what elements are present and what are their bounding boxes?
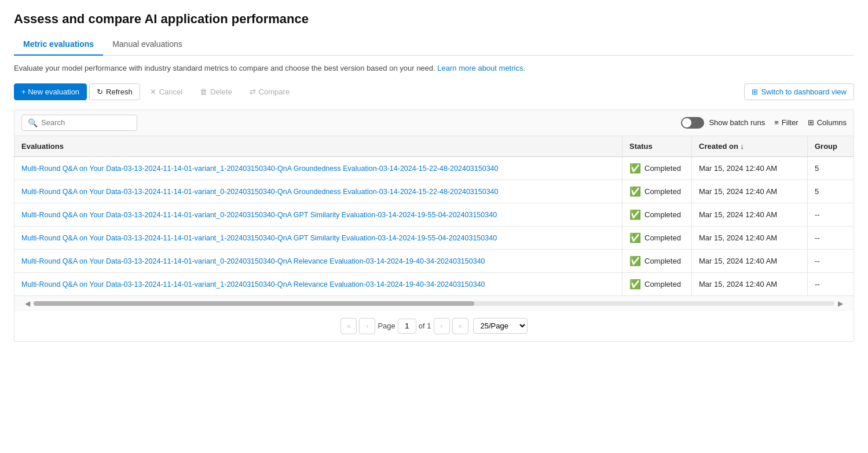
table-row: Multi-Round Q&A on Your Data-03-13-2024-… xyxy=(14,180,854,203)
search-icon: 🔍 xyxy=(28,118,38,127)
show-batch-runs-toggle[interactable] xyxy=(681,117,704,129)
status-icon-2: ✅ xyxy=(629,209,641,220)
delete-button: 🗑 Delete xyxy=(192,83,240,100)
tabs-bar: Metric evaluations Manual evaluations xyxy=(14,35,854,56)
table-cell-status-5: ✅ Completed xyxy=(622,272,692,295)
table-cell-group-2: -- xyxy=(808,203,854,226)
delete-icon: 🗑 xyxy=(200,87,207,96)
new-evaluation-button[interactable]: + New evaluation xyxy=(14,83,87,100)
horizontal-scrollbar[interactable]: ◀ ▶ xyxy=(14,296,854,311)
table-cell-evaluation-0: Multi-Round Q&A on Your Data-03-13-2024-… xyxy=(14,156,622,180)
scroll-left-arrow[interactable]: ◀ xyxy=(21,299,34,308)
dashboard-icon: ⊞ xyxy=(752,87,758,96)
col-header-created-on[interactable]: Created on ↓ xyxy=(692,136,808,156)
per-page-select[interactable]: 25/Page 50/Page 100/Page xyxy=(473,318,528,334)
show-batch-runs-label: Show batch runs xyxy=(709,118,765,127)
table-cell-group-4: -- xyxy=(808,249,854,272)
page-navigation: « ‹ Page of 1 › » xyxy=(340,318,468,334)
table-row: Multi-Round Q&A on Your Data-03-13-2024-… xyxy=(14,226,854,249)
status-badge-4: ✅ Completed xyxy=(629,255,684,266)
status-label-0: Completed xyxy=(644,164,681,173)
col-header-status: Status xyxy=(622,136,692,156)
page-title: Assess and compare AI application perfor… xyxy=(14,12,854,27)
status-icon-5: ✅ xyxy=(629,279,641,290)
learn-more-link[interactable]: Learn more about metrics. xyxy=(437,64,525,72)
show-batch-runs-toggle-label: Show batch runs xyxy=(681,117,765,129)
table-header: Evaluations Status Created on ↓ Group xyxy=(14,136,854,156)
tab-manual-evaluations[interactable]: Manual evaluations xyxy=(103,35,192,56)
evaluation-link-5[interactable]: Multi-Round Q&A on Your Data-03-13-2024-… xyxy=(21,280,485,288)
refresh-button[interactable]: ↻ Refresh xyxy=(89,83,140,100)
status-label-2: Completed xyxy=(644,210,681,219)
page-input[interactable] xyxy=(398,319,416,334)
table-row: Multi-Round Q&A on Your Data-03-13-2024-… xyxy=(14,156,854,180)
search-input[interactable] xyxy=(41,118,128,127)
status-icon-4: ✅ xyxy=(629,255,641,266)
toolbar: + New evaluation ↻ Refresh ✕ Cancel 🗑 De… xyxy=(14,83,854,100)
columns-icon: ⊞ xyxy=(808,118,814,127)
status-label-3: Completed xyxy=(644,233,681,242)
evaluation-link-1[interactable]: Multi-Round Q&A on Your Data-03-13-2024-… xyxy=(21,188,499,196)
toggle-slider xyxy=(681,117,704,129)
table-cell-created-1: Mar 15, 2024 12:40 AM xyxy=(692,180,808,203)
table-cell-status-4: ✅ Completed xyxy=(622,249,692,272)
description-text: Evaluate your model performance with ind… xyxy=(14,63,854,74)
col-header-evaluations: Evaluations xyxy=(14,136,622,156)
table-cell-group-5: -- xyxy=(808,272,854,295)
evaluation-link-3[interactable]: Multi-Round Q&A on Your Data-03-13-2024-… xyxy=(21,234,497,242)
filter-button[interactable]: ≡ Filter xyxy=(774,118,798,127)
table-cell-group-0: 5 xyxy=(808,156,854,180)
cancel-button: ✕ Cancel xyxy=(142,83,190,100)
table-cell-status-0: ✅ Completed xyxy=(622,156,692,180)
switch-dashboard-button[interactable]: ⊞ Switch to dashboard view xyxy=(744,83,854,100)
table-cell-created-2: Mar 15, 2024 12:40 AM xyxy=(692,203,808,226)
table-cell-created-4: Mar 15, 2024 12:40 AM xyxy=(692,249,808,272)
toolbar-right: ⊞ Switch to dashboard view xyxy=(744,83,854,100)
table-cell-status-1: ✅ Completed xyxy=(622,180,692,203)
table-cell-group-1: 5 xyxy=(808,180,854,203)
status-label-1: Completed xyxy=(644,187,681,196)
status-badge-1: ✅ Completed xyxy=(629,186,684,197)
scrollbar-track[interactable] xyxy=(34,301,834,306)
refresh-icon: ↻ xyxy=(97,87,103,96)
status-label-5: Completed xyxy=(644,280,681,288)
page-prev-button: ‹ xyxy=(359,318,375,334)
columns-button[interactable]: ⊞ Columns xyxy=(808,118,847,127)
col-header-group: Group xyxy=(808,136,854,156)
evaluation-link-2[interactable]: Multi-Round Q&A on Your Data-03-13-2024-… xyxy=(21,211,497,219)
table-cell-evaluation-2: Multi-Round Q&A on Your Data-03-13-2024-… xyxy=(14,203,622,226)
page-first-button: « xyxy=(340,318,357,334)
table-controls: 🔍 Show batch runs ≡ Filter ⊞ Columns xyxy=(14,109,854,136)
table-cell-group-3: -- xyxy=(808,226,854,249)
scroll-right-arrow[interactable]: ▶ xyxy=(834,299,847,308)
tab-metric-evaluations[interactable]: Metric evaluations xyxy=(14,35,103,56)
compare-icon: ⇄ xyxy=(250,87,256,96)
table-header-row: Evaluations Status Created on ↓ Group xyxy=(14,136,854,156)
page-next-button: › xyxy=(434,318,450,334)
status-icon-1: ✅ xyxy=(629,186,641,197)
status-badge-3: ✅ Completed xyxy=(629,232,684,243)
filter-icon: ≡ xyxy=(774,118,779,127)
table-cell-evaluation-1: Multi-Round Q&A on Your Data-03-13-2024-… xyxy=(14,180,622,203)
table-cell-evaluation-3: Multi-Round Q&A on Your Data-03-13-2024-… xyxy=(14,226,622,249)
table-row: Multi-Round Q&A on Your Data-03-13-2024-… xyxy=(14,272,854,295)
page-last-button: » xyxy=(452,318,468,334)
table-cell-created-0: Mar 15, 2024 12:40 AM xyxy=(692,156,808,180)
table-body: Multi-Round Q&A on Your Data-03-13-2024-… xyxy=(14,156,854,295)
status-badge-0: ✅ Completed xyxy=(629,163,684,174)
scrollbar-thumb[interactable] xyxy=(34,301,474,306)
table-cell-evaluation-5: Multi-Round Q&A on Your Data-03-13-2024-… xyxy=(14,272,622,295)
evaluation-link-0[interactable]: Multi-Round Q&A on Your Data-03-13-2024-… xyxy=(21,165,499,173)
page-of-label: of 1 xyxy=(419,322,431,330)
cancel-icon: ✕ xyxy=(150,87,156,96)
table-controls-right: Show batch runs ≡ Filter ⊞ Columns xyxy=(681,117,847,129)
status-badge-2: ✅ Completed xyxy=(629,209,684,220)
pagination: « ‹ Page of 1 › » 25/Page 50/Page 100/Pa… xyxy=(14,311,854,342)
status-icon-3: ✅ xyxy=(629,232,641,243)
table-row: Multi-Round Q&A on Your Data-03-13-2024-… xyxy=(14,249,854,272)
evaluations-table: Evaluations Status Created on ↓ Group Mu… xyxy=(14,136,854,296)
evaluation-link-4[interactable]: Multi-Round Q&A on Your Data-03-13-2024-… xyxy=(21,257,485,265)
table-row: Multi-Round Q&A on Your Data-03-13-2024-… xyxy=(14,203,854,226)
table-cell-evaluation-4: Multi-Round Q&A on Your Data-03-13-2024-… xyxy=(14,249,622,272)
table-cell-status-2: ✅ Completed xyxy=(622,203,692,226)
